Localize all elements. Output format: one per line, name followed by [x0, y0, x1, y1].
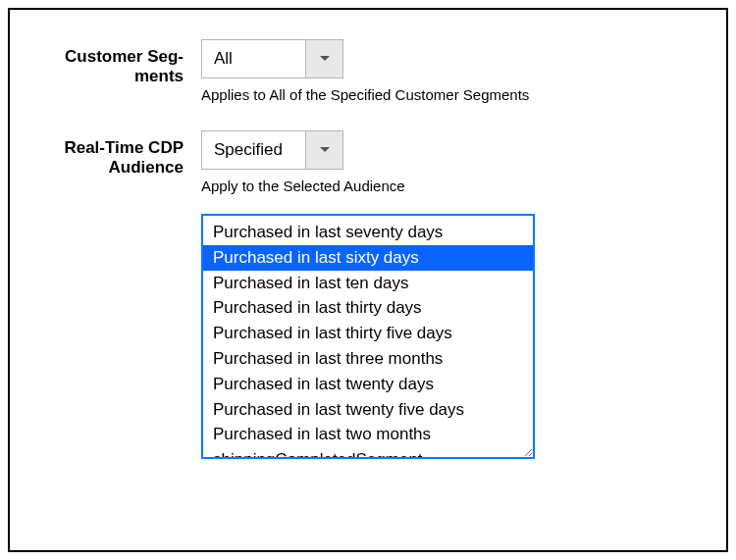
rtcdp-audience-value: Specified [202, 131, 305, 169]
audience-listbox[interactable]: Purchased in last seventy daysPurchased … [201, 214, 535, 459]
customer-segments-helper: Applies to All of the Specified Customer… [201, 86, 687, 103]
audience-option[interactable]: Purchased in last seventy days [203, 220, 533, 245]
chevron-down-icon [305, 131, 342, 169]
rtcdp-audience-select[interactable]: Specified [201, 130, 343, 170]
audience-option[interactable]: Purchased in last sixty days [203, 245, 533, 271]
audience-option[interactable]: Purchased in last ten days [203, 271, 533, 296]
customer-segments-row: Customer Seg­ments All Applies to All of… [29, 39, 687, 103]
customer-segments-control: All Applies to All of the Specified Cust… [201, 39, 687, 103]
customer-segments-select[interactable]: All [201, 39, 343, 78]
customer-segments-value: All [202, 40, 305, 77]
audience-option[interactable]: Purchased in last two months [203, 422, 533, 447]
audience-option[interactable]: Purchased in last thirty five days [203, 321, 533, 346]
audience-option[interactable]: Purchased in last twenty five days [203, 397, 533, 423]
audience-option[interactable]: Purchased in last twenty days [203, 372, 533, 397]
customer-segments-label: Customer Seg­ments [29, 39, 201, 103]
chevron-down-icon [305, 40, 342, 77]
rtcdp-audience-row: Real-Time CDP Audience Specified Apply t… [29, 130, 687, 459]
audience-option[interactable]: Purchased in last three months [203, 346, 533, 372]
audience-option[interactable]: Purchased in last thirty days [203, 295, 533, 321]
audience-option[interactable]: shippingCompletedSegment [203, 447, 533, 459]
rtcdp-audience-control: Specified Apply to the Selected Audience… [201, 130, 687, 459]
config-panel: Customer Seg­ments All Applies to All of… [8, 8, 728, 552]
rtcdp-audience-helper: Apply to the Selected Audience [201, 178, 687, 194]
rtcdp-audience-label: Real-Time CDP Audience [29, 130, 201, 459]
